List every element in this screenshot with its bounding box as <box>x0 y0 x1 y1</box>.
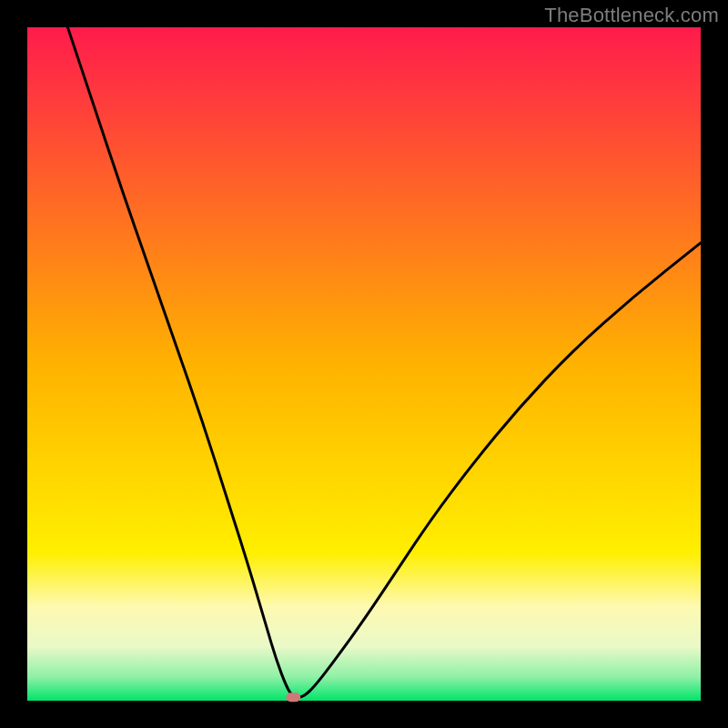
chart-frame: TheBottleneck.com <box>0 0 728 728</box>
min-marker <box>286 693 300 702</box>
bottleneck-chart <box>27 27 701 701</box>
bottleneck-curve <box>67 27 701 697</box>
watermark-text: TheBottleneck.com <box>544 4 719 27</box>
